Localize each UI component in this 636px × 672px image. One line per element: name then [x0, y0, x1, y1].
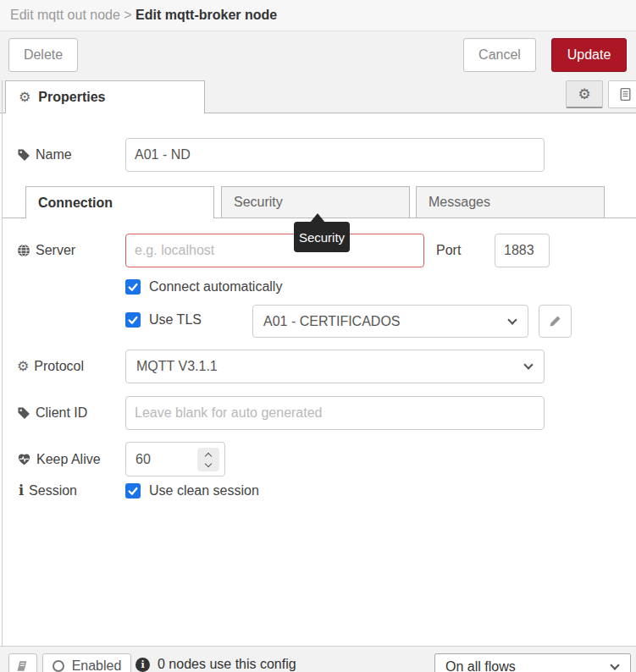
security-tooltip: Security — [294, 222, 350, 252]
connect-automatically-label: Connect automatically — [149, 279, 282, 295]
scope-select[interactable]: On all flows — [434, 653, 631, 672]
tls-config-value: A01 - CERTIFICADOS — [263, 314, 401, 329]
node-description-button[interactable] — [8, 653, 37, 672]
checkbox-checked-icon — [125, 279, 141, 295]
server-input[interactable] — [125, 234, 424, 267]
panel-left-border — [2, 80, 3, 646]
keep-alive-field — [125, 442, 225, 476]
node-settings-button[interactable]: ⚙ — [566, 80, 603, 108]
tab-connection[interactable]: Connection — [25, 186, 214, 218]
page-title: Edit mqtt-broker node — [135, 8, 277, 23]
protocol-value: MQTT V3.1.1 — [136, 359, 218, 374]
delete-button[interactable]: Delete — [8, 38, 78, 72]
breadcrumb: Edit mqtt out node > Edit mqtt-broker no… — [0, 0, 636, 31]
tab-messages[interactable]: Messages — [416, 186, 605, 218]
chevron-down-icon — [507, 315, 517, 324]
clean-session-label: Use clean session — [149, 483, 259, 498]
chevron-down-icon — [523, 360, 533, 369]
cancel-button[interactable]: Cancel — [463, 38, 536, 72]
protocol-select[interactable]: MQTT V3.1.1 — [125, 350, 545, 383]
info-circle-icon: i — [135, 658, 150, 672]
document-icon — [618, 87, 633, 102]
scope-value: On all flows — [445, 659, 516, 672]
checkbox-checked-icon — [125, 483, 141, 498]
usage-text: 0 nodes use this config — [158, 657, 296, 672]
heartbeat-icon — [17, 453, 31, 466]
tab-properties[interactable]: ⚙ Properties — [5, 80, 205, 113]
info-icon: i — [19, 484, 24, 498]
panel-tabbar: ⚙ Properties ⚙ — [0, 76, 636, 113]
keep-alive-label: Keep Alive — [17, 442, 101, 476]
dialog-toolbar: Delete Cancel Update — [0, 31, 636, 76]
connect-automatically-checkbox[interactable]: Connect automatically — [125, 278, 282, 296]
tls-config-select[interactable]: A01 - CERTIFICADOS — [252, 305, 528, 338]
client-id-input[interactable] — [125, 396, 545, 430]
edit-tls-button[interactable] — [539, 305, 572, 338]
port-input[interactable] — [495, 234, 550, 267]
enabled-label: Enabled — [72, 658, 122, 672]
port-label: Port — [436, 234, 461, 267]
pencil-icon — [549, 315, 561, 328]
protocol-label: ⚙ Protocol — [17, 350, 84, 383]
number-stepper[interactable] — [197, 448, 219, 471]
breadcrumb-separator: > — [120, 8, 135, 23]
tag-icon — [17, 406, 30, 420]
gear-icon: ⚙ — [578, 87, 590, 102]
status-circle-icon — [53, 660, 64, 672]
client-id-label: Client ID — [17, 396, 87, 430]
use-tls-label: Use TLS — [149, 312, 202, 328]
dialog-footer: Enabled i 0 nodes use this config On all… — [0, 646, 636, 672]
server-label: Server — [17, 234, 75, 267]
book-icon — [16, 659, 30, 672]
tag-icon — [17, 148, 30, 162]
globe-icon — [17, 244, 30, 257]
properties-tab-label: Properties — [38, 90, 105, 105]
name-label: Name — [17, 138, 72, 172]
checkbox-checked-icon — [125, 312, 141, 328]
chevron-down-icon — [610, 660, 619, 669]
keep-alive-input[interactable] — [127, 443, 195, 475]
breadcrumb-parent[interactable]: Edit mqtt out node — [10, 8, 120, 23]
session-label: i Session — [19, 481, 77, 501]
gear-icon: ⚙ — [19, 91, 30, 104]
config-usage: i 0 nodes use this config — [135, 653, 296, 672]
stepper-down-icon — [205, 460, 212, 466]
clean-session-checkbox[interactable]: Use clean session — [125, 482, 259, 500]
update-button[interactable]: Update — [551, 38, 627, 72]
gear-icon: ⚙ — [17, 360, 29, 373]
enabled-toggle-button[interactable]: Enabled — [42, 653, 131, 672]
name-input[interactable] — [125, 138, 545, 172]
help-doc-button[interactable] — [608, 80, 636, 108]
use-tls-checkbox[interactable]: Use TLS — [125, 311, 202, 329]
stepper-up-icon — [205, 452, 212, 459]
